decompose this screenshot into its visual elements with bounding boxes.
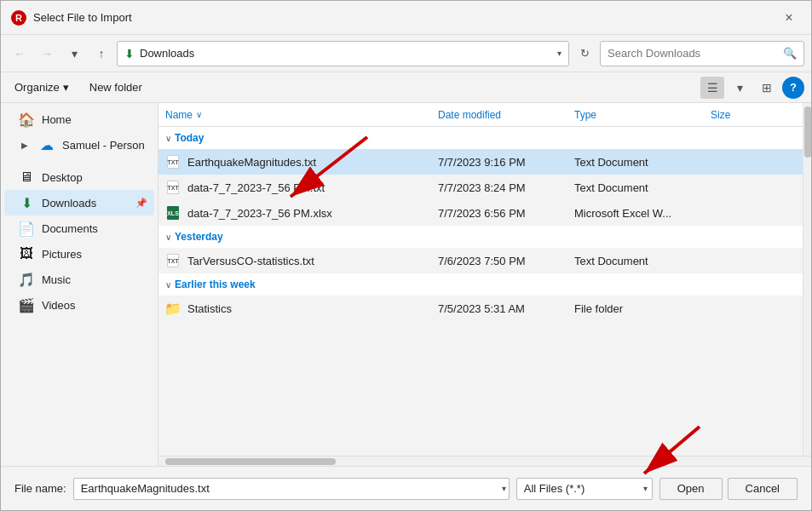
group-toggle[interactable]: ∨ [165, 134, 171, 143]
app-icon: R [11, 10, 26, 26]
file-icon-txt: TXT [165, 154, 181, 169]
file-list: Name ∨ Date modified Type Size [158, 103, 803, 456]
cancel-button[interactable]: Cancel [728, 478, 798, 500]
address-dropdown-arrow: ▾ [557, 49, 561, 58]
search-input[interactable] [608, 47, 778, 60]
sidebar-item-label: Videos [42, 299, 129, 312]
expand-icon: ▶ [18, 138, 32, 152]
music-icon: 🎵 [18, 271, 35, 288]
toolbar: Organize ▾ New folder ☰ ▾ ⊞ ? [1, 72, 811, 103]
titlebar: R Select File to Import × [1, 1, 811, 35]
close-button[interactable]: × [777, 6, 801, 30]
sidebar-item-label: Music [42, 273, 129, 286]
sidebar-item-documents[interactable]: 📄 Documents 📌 [4, 215, 154, 241]
pictures-icon: 🖼 [18, 245, 35, 262]
sidebar-item-videos[interactable]: 🎬 Videos 📌 [4, 292, 154, 318]
pin-icon: 📌 [135, 198, 147, 209]
path-icon: ⬇ [124, 47, 135, 60]
file-type: Microsoft Excel W... [567, 207, 704, 220]
file-name: data-7_7_2023-7_56 PM.xlsx [187, 207, 332, 220]
vertical-scrollbar[interactable] [803, 103, 811, 456]
documents-icon: 📄 [18, 220, 35, 237]
column-headers: Name ∨ Date modified Type Size [158, 103, 803, 127]
downloads-icon: ⬇ [18, 194, 35, 211]
file-icon-folder: 📁 [165, 301, 181, 316]
file-name: TarVersusCO-statistics.txt [187, 255, 314, 267]
dropdown-button[interactable]: ▾ [62, 42, 86, 66]
horizontal-scrollbar[interactable] [158, 456, 811, 466]
group-yesterday: ∨ Yesterday [158, 226, 803, 248]
dialog-title: Select File to Import [33, 11, 777, 24]
file-type: File folder [567, 302, 704, 315]
col-header-name[interactable]: Name ∨ [158, 103, 431, 126]
home-icon: 🏠 [18, 111, 35, 128]
sidebar-item-samuel[interactable]: ▶ ☁ Samuel - Person [4, 132, 154, 158]
sidebar-item-label: Samuel - Person [62, 139, 147, 152]
address-box[interactable]: ⬇ Downloads ▾ [117, 41, 569, 66]
group-label: Earlier this week [175, 278, 256, 290]
sidebar-item-home[interactable]: 🏠 Home [4, 106, 154, 132]
sidebar-item-label: Downloads [42, 197, 129, 210]
file-row[interactable]: TXT EarthquakeMagnitudes.txt 7/7/2023 9:… [158, 149, 803, 175]
file-type: Text Document [567, 181, 704, 194]
file-icon-xlsx: XLS [165, 205, 181, 221]
scrollbar-thumb[interactable] [804, 106, 811, 158]
filename-label: File name: [14, 482, 66, 495]
up-button[interactable]: ↑ [89, 42, 113, 66]
file-date: 7/5/2023 5:31 AM [431, 302, 567, 315]
file-row[interactable]: TXT TarVersusCO-statistics.txt 7/6/2023 … [158, 248, 803, 273]
filetype-wrapper: All Files (*.*) Text Files (*.txt) CSV F… [516, 478, 653, 500]
view-tiles-button[interactable]: ⊞ [755, 77, 779, 99]
file-name: EarthquakeMagnitudes.txt [187, 156, 316, 169]
new-folder-button[interactable]: New folder [83, 77, 149, 99]
file-name: Statistics [187, 302, 232, 315]
forward-button[interactable]: → [35, 42, 59, 66]
file-icon-txt: TXT [165, 180, 181, 195]
sidebar-item-downloads[interactable]: ⬇ Downloads 📌 [4, 190, 154, 215]
file-type: Text Document [567, 255, 704, 267]
action-buttons: Open Cancel [659, 478, 798, 500]
open-button[interactable]: Open [659, 478, 723, 500]
file-row[interactable]: TXT data-7_7_2023-7_56 PM.txt 7/7/2023 8… [158, 175, 803, 200]
file-row[interactable]: 📁 Statistics 7/5/2023 5:31 AM File folde… [158, 296, 803, 321]
group-label: Today [175, 132, 204, 144]
main-content: 🏠 Home ▶ ☁ Samuel - Person 🖥 Desktop 📌 ⬇… [1, 103, 811, 466]
file-date: 7/7/2023 9:16 PM [431, 156, 567, 169]
filetype-select[interactable]: All Files (*.*) Text Files (*.txt) CSV F… [516, 478, 653, 500]
file-name: data-7_7_2023-7_56 PM.txt [187, 181, 325, 194]
group-toggle[interactable]: ∨ [165, 280, 171, 290]
back-button[interactable]: ← [8, 42, 32, 66]
view-dropdown-button[interactable]: ▾ [728, 77, 752, 99]
help-button[interactable]: ? [782, 77, 804, 99]
sidebar-item-desktop[interactable]: 🖥 Desktop 📌 [4, 164, 154, 190]
sort-arrow: ∨ [196, 110, 202, 119]
filename-input[interactable] [73, 478, 510, 500]
filename-wrapper: ▾ [73, 478, 510, 500]
bottombar: File name: ▾ All Files (*.*) Text Files … [1, 466, 811, 510]
sidebar-item-pictures[interactable]: 🖼 Pictures 📌 [4, 241, 154, 267]
hscrollbar-thumb[interactable] [165, 458, 336, 465]
group-earlier: ∨ Earlier this week [158, 273, 803, 296]
file-type: Text Document [567, 156, 704, 169]
col-header-type[interactable]: Type [567, 103, 704, 126]
file-row[interactable]: XLS data-7_7_2023-7_56 PM.xlsx 7/7/2023 … [158, 200, 803, 226]
sidebar: 🏠 Home ▶ ☁ Samuel - Person 🖥 Desktop 📌 ⬇… [1, 103, 158, 466]
view-list-button[interactable]: ☰ [700, 77, 724, 99]
sidebar-item-music[interactable]: 🎵 Music 📌 [4, 267, 154, 292]
search-box[interactable]: 🔍 [600, 41, 804, 66]
desktop-icon: 🖥 [18, 169, 35, 186]
sidebar-item-label: Home [42, 113, 147, 126]
file-date: 7/6/2023 7:50 PM [431, 255, 567, 267]
col-header-size[interactable]: Size [704, 103, 803, 126]
addressbar: ← → ▾ ↑ ⬇ Downloads ▾ ↻ 🔍 [1, 35, 811, 72]
organize-button[interactable]: Organize ▾ [8, 77, 76, 99]
col-header-date[interactable]: Date modified [431, 103, 567, 126]
group-today: ∨ Today [158, 127, 803, 149]
group-label: Yesterday [175, 231, 223, 243]
refresh-button[interactable]: ↻ [573, 42, 596, 66]
file-icon-txt: TXT [165, 253, 181, 268]
sidebar-item-label: Documents [42, 222, 129, 235]
group-toggle[interactable]: ∨ [165, 233, 171, 242]
file-date: 7/7/2023 6:56 PM [431, 207, 567, 220]
dialog: R Select File to Import × ← → ▾ ↑ ⬇ Down… [0, 0, 812, 511]
